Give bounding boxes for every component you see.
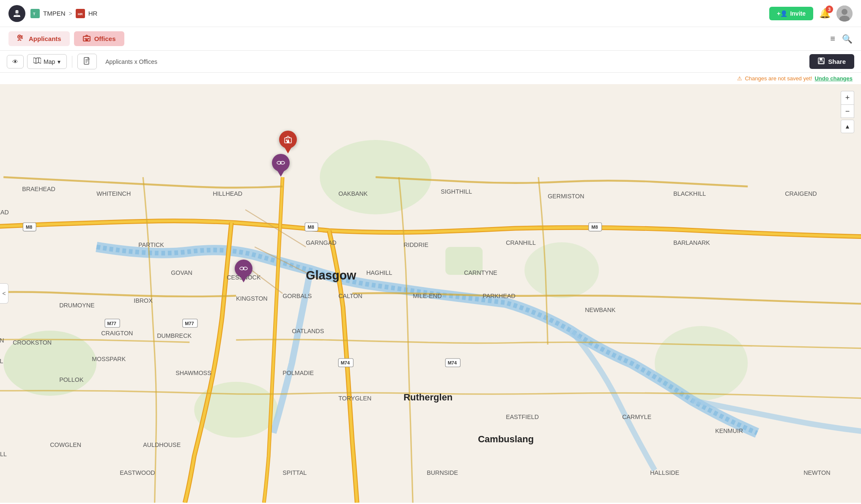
tab-bar: Applicants Offices ≡ 🔍 bbox=[0, 27, 861, 51]
svg-text:SPITTAL: SPITTAL bbox=[282, 469, 307, 476]
search-button[interactable]: 🔍 bbox=[842, 34, 853, 44]
svg-text:GOVAN: GOVAN bbox=[171, 269, 192, 276]
compass-button[interactable]: ▲ bbox=[841, 120, 854, 133]
eye-icon: 👁 bbox=[12, 58, 18, 65]
map-dropdown-button[interactable]: Map ▾ bbox=[27, 54, 67, 69]
svg-text:CARMYLE: CARMYLE bbox=[622, 414, 651, 420]
top-nav: T TMPEN > HR HR +👤 Invite 🔔 3 bbox=[0, 0, 861, 27]
svg-rect-31 bbox=[819, 61, 823, 63]
svg-text:AULDHOUSE: AULDHOUSE bbox=[143, 441, 181, 448]
svg-rect-115 bbox=[286, 140, 287, 141]
applicant-pin-tail-2 bbox=[240, 277, 247, 282]
tmpen-icon: T bbox=[30, 9, 40, 18]
section-name[interactable]: HR bbox=[88, 10, 98, 17]
svg-text:M8: M8 bbox=[26, 225, 32, 230]
svg-text:WHITEINCH: WHITEINCH bbox=[96, 190, 131, 197]
svg-rect-32 bbox=[822, 58, 823, 60]
eye-button[interactable]: 👁 bbox=[7, 55, 24, 68]
svg-marker-21 bbox=[33, 58, 41, 63]
map-label: Map bbox=[44, 58, 55, 65]
svg-text:HILLHEAD: HILLHEAD bbox=[213, 190, 242, 197]
svg-text:POLMADIE: POLMADIE bbox=[282, 370, 314, 376]
compass-icon: ▲ bbox=[845, 123, 850, 130]
doc-icon bbox=[84, 57, 90, 66]
svg-rect-20 bbox=[85, 39, 88, 41]
tab-left: Applicants Offices bbox=[8, 31, 124, 46]
svg-text:GERMISTON: GERMISTON bbox=[548, 193, 584, 200]
toolbar-divider bbox=[72, 56, 72, 68]
offices-icon bbox=[82, 35, 91, 43]
svg-text:T: T bbox=[33, 12, 36, 16]
svg-text:ROSSHALL: ROSSHALL bbox=[0, 358, 3, 364]
svg-text:PARKHEAD: PARKHEAD bbox=[483, 293, 516, 299]
applicant-pin-tail-1 bbox=[277, 171, 284, 177]
warning-bar: ⚠ Changes are not saved yet! Undo change… bbox=[0, 73, 861, 84]
doc-button[interactable] bbox=[77, 54, 97, 69]
svg-text:GARNGAD: GARNGAD bbox=[306, 239, 336, 246]
breadcrumb: T TMPEN > HR HR bbox=[30, 9, 97, 18]
svg-point-35 bbox=[524, 242, 599, 298]
svg-text:KINGSTON: KINGSTON bbox=[236, 295, 267, 302]
tab-offices[interactable]: Offices bbox=[74, 31, 124, 46]
applicant-pin-1[interactable] bbox=[272, 154, 290, 177]
svg-point-2 bbox=[16, 11, 16, 12]
svg-text:MILE-END: MILE-END bbox=[413, 293, 441, 299]
bell-button[interactable]: 🔔 3 bbox=[819, 8, 831, 19]
svg-text:RIDDRIE: RIDDRIE bbox=[403, 241, 428, 248]
svg-text:Glasgow: Glasgow bbox=[306, 268, 356, 282]
office-pin-tail bbox=[285, 148, 291, 153]
svg-text:SHAWMOSS: SHAWMOSS bbox=[175, 370, 211, 376]
applicant-pin-2[interactable] bbox=[235, 260, 252, 282]
svg-text:NEWTON: NEWTON bbox=[803, 469, 830, 476]
undo-link[interactable]: Undo changes bbox=[814, 75, 853, 82]
org-name[interactable]: TMPEN bbox=[43, 10, 66, 17]
zoom-in-button[interactable]: + bbox=[841, 91, 854, 104]
svg-text:Rutherglen: Rutherglen bbox=[403, 392, 452, 403]
svg-text:BRAEHEAD: BRAEHEAD bbox=[22, 186, 55, 192]
share-button[interactable]: Share bbox=[809, 54, 854, 69]
svg-point-3 bbox=[18, 11, 19, 12]
tab-applicants[interactable]: Applicants bbox=[8, 31, 70, 46]
applicant-pin-circle-1 bbox=[272, 154, 290, 172]
svg-text:BRAEHEAD: BRAEHEAD bbox=[0, 209, 9, 216]
svg-rect-17 bbox=[85, 38, 86, 39]
svg-text:CARNTYNE: CARNTYNE bbox=[464, 269, 497, 276]
svg-text:KENMUIR: KENMUIR bbox=[715, 427, 743, 434]
svg-text:NEWBANK: NEWBANK bbox=[585, 307, 616, 313]
svg-rect-117 bbox=[287, 141, 289, 143]
svg-text:Cambuslang: Cambuslang bbox=[478, 434, 534, 444]
svg-text:M8: M8 bbox=[592, 225, 598, 230]
map-icon bbox=[33, 58, 41, 66]
bell-badge: 3 bbox=[825, 5, 833, 13]
save-icon bbox=[818, 58, 825, 66]
zoom-out-button[interactable]: − bbox=[841, 104, 854, 118]
list-view-button[interactable]: ≡ bbox=[830, 34, 835, 44]
svg-rect-18 bbox=[86, 38, 88, 39]
map-container[interactable]: M8 M8 M8 M77 M77 M74 M74 BRAEHEAD BRAEHE… bbox=[0, 84, 861, 503]
invite-button[interactable]: +👤 Invite bbox=[769, 7, 813, 20]
invite-plus-icon: +👤 bbox=[777, 10, 787, 17]
nav-right: +👤 Invite 🔔 3 bbox=[769, 5, 853, 22]
office-pin-1[interactable] bbox=[279, 131, 297, 153]
svg-text:M77: M77 bbox=[107, 321, 116, 326]
svg-text:DUMBRECK: DUMBRECK bbox=[157, 332, 192, 339]
chevron-left-icon: < bbox=[2, 290, 5, 297]
svg-text:HR: HR bbox=[78, 12, 83, 16]
applicants-icon bbox=[17, 35, 25, 43]
svg-text:OATLANDS: OATLANDS bbox=[292, 328, 324, 334]
map-background: M8 M8 M8 M77 M77 M74 M74 BRAEHEAD BRAEHE… bbox=[0, 84, 861, 503]
sidebar-toggle[interactable]: < bbox=[0, 283, 8, 304]
svg-text:EASTFIELD: EASTFIELD bbox=[506, 414, 539, 420]
svg-text:HALLSIDE: HALLSIDE bbox=[650, 469, 679, 476]
svg-rect-15 bbox=[21, 38, 23, 39]
svg-point-12 bbox=[19, 36, 20, 38]
list-icon: ≡ bbox=[830, 34, 835, 43]
user-avatar[interactable] bbox=[836, 5, 853, 22]
svg-text:BURNSIDE: BURNSIDE bbox=[427, 469, 458, 476]
svg-rect-1 bbox=[14, 14, 19, 15]
svg-text:M77: M77 bbox=[185, 321, 194, 326]
map-controls: + − ▲ bbox=[841, 91, 854, 133]
office-pin-circle bbox=[279, 131, 297, 148]
tab-applicants-label: Applicants bbox=[29, 35, 61, 42]
svg-text:MOSSPARK: MOSSPARK bbox=[92, 356, 126, 362]
